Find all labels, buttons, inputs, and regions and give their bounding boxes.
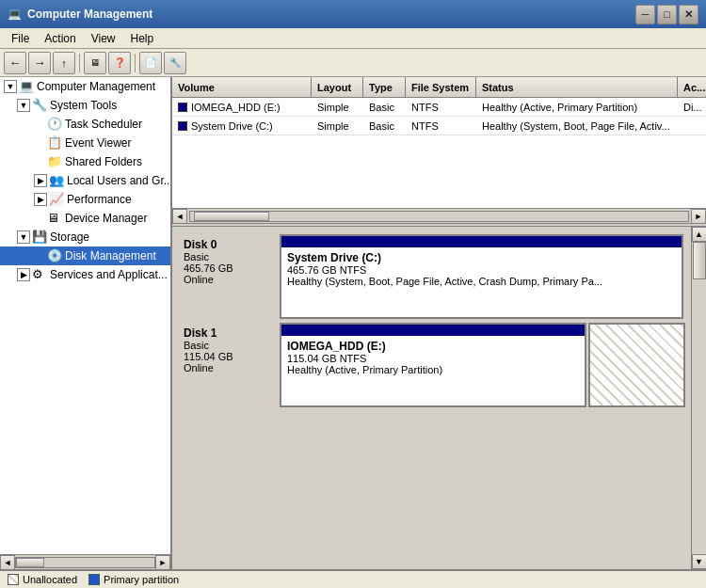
sidebar-item-event-viewer[interactable]: 📋 Event Viewer [0,134,170,152]
close-button[interactable]: ✕ [679,5,698,24]
disk-0-status: Online [184,274,272,285]
cell-fs-0: NTFS [406,101,476,114]
forward-button[interactable]: → [28,52,51,74]
expand-performance[interactable]: ▶ [34,193,47,206]
toolbar: ← → ↑ 🖥 ❓ 📄 🔧 [0,49,706,77]
disk-1-body: IOMEGA_HDD (E:) 115.04 GB NTFS Healthy (… [281,336,585,379]
sidebar-item-shared-folders[interactable]: 📁 Shared Folders [0,152,170,171]
tree-scroll-right[interactable]: ► [155,555,170,570]
disk-0-header-bar [281,236,682,247]
shared-folders-label: Shared Folders [65,155,142,168]
export-button[interactable]: 🔧 [164,52,186,74]
cell-layout-1: Simple [312,119,363,133]
tree-panel: ▼ 💻 Computer Management ▼ 🔧 System Tools… [0,77,172,554]
tree-scrollbar[interactable]: ◄ ► [0,554,170,569]
col-status[interactable]: Status [476,77,678,97]
tree-storage[interactable]: ▼ 💾 Storage [0,228,170,246]
hscroll-left[interactable]: ◄ [172,209,187,224]
storage-label: Storage [50,230,89,244]
expand-storage[interactable]: ▼ [17,230,30,244]
sidebar-item-task-scheduler[interactable]: 🕐 Task Scheduler [0,115,170,134]
sidebar-item-performance[interactable]: ▶ 📈 Performance [0,190,170,209]
disk-0-part-status: Healthy (System, Boot, Page File, Active… [287,276,607,287]
minimize-button[interactable]: ─ [635,5,655,24]
tree-scroll-track[interactable] [15,557,155,568]
expand-root[interactable]: ▼ [4,80,17,93]
expand-local-users[interactable]: ▶ [34,174,47,187]
vscroll-track[interactable] [693,242,706,554]
sidebar-item-services[interactable]: ▶ ⚙ Services and Applicat... [0,265,170,284]
storage-icon: 💾 [32,230,47,245]
disk-1-part-status: Healthy (Active, Primary Partition) [287,364,579,375]
table-hscrollbar[interactable]: ◄ ► [172,208,706,223]
menu-view[interactable]: View [84,30,123,47]
toolbar-separator-1 [79,54,80,72]
up-button[interactable]: ↑ [53,52,75,74]
system-tools-icon: 🔧 [32,98,47,113]
vscroll-down[interactable]: ▼ [692,554,707,569]
vscroll-thumb[interactable] [693,242,706,279]
show-hide-button[interactable]: 🖥 [84,52,106,74]
disk-0-part-name: System Drive (C:) [287,251,676,264]
disk-0-size: 465.76 GB [184,262,272,274]
col-layout[interactable]: Layout [312,77,363,97]
task-scheduler-icon: 🕐 [47,117,62,132]
sidebar-item-device-manager[interactable]: 🖥 Device Manager [0,209,170,228]
disk-1-part-name: IOMEGA_HDD (E:) [287,340,579,353]
col-filesystem[interactable]: File System [406,77,476,97]
table-header: Volume Layout Type File System Status Ac… [172,77,706,98]
main-content: ▼ 💻 Computer Management ▼ 🔧 System Tools… [0,77,706,569]
table-row[interactable]: IOMEGA_HDD (E:) Simple Basic NTFS Health… [172,98,706,117]
expand-services[interactable]: ▶ [17,268,30,281]
window-title: Computer Management [27,8,152,21]
sidebar-item-local-users[interactable]: ▶ 👥 Local Users and Gr... [0,171,170,190]
menu-file[interactable]: File [4,30,37,47]
properties-button[interactable]: ❓ [108,52,131,74]
help-button[interactable]: 📄 [139,52,162,74]
tree-system-tools-label: System Tools [50,99,117,112]
window-controls: ─ □ ✕ [635,5,698,24]
event-viewer-icon: 📋 [47,135,62,151]
menu-help[interactable]: Help [123,30,162,47]
disk-0-row: Disk 0 Basic 465.76 GB Online System Dri… [176,234,687,319]
maximize-button[interactable]: □ [657,5,677,24]
shared-folders-icon: 📁 [47,154,62,169]
vscroll-up[interactable]: ▲ [692,227,707,242]
hscroll-thumb[interactable] [194,212,269,221]
disk-1-type: Basic [184,340,272,351]
menu-action[interactable]: Action [37,30,83,47]
primary-swatch [88,574,100,585]
right-content: Disk 0 Basic 465.76 GB Online System Dri… [172,227,706,569]
legend-unallocated: Unallocated [8,574,77,585]
disk-0-id: Disk 0 [184,238,272,251]
sidebar-item-disk-management[interactable]: 💿 Disk Management [0,246,170,265]
tree-scroll-thumb[interactable] [16,558,44,567]
title-bar: 💻 Computer Management ─ □ ✕ [0,0,706,28]
tree-root-label: Computer Management [37,80,155,93]
disk-1-primary[interactable]: IOMEGA_HDD (E:) 115.04 GB NTFS Healthy (… [280,323,586,407]
cell-action-0: Di... [678,101,706,114]
disk-vscrollbar[interactable]: ▲ ▼ [691,227,706,569]
primary-label: Primary partition [104,574,179,585]
tree-root[interactable]: ▼ 💻 Computer Management [0,77,170,96]
expand-system-tools[interactable]: ▼ [17,99,30,112]
cell-volume-0: IOMEGA_HDD (E:) [172,101,312,114]
performance-label: Performance [67,193,132,206]
tree-scroll-left[interactable]: ◄ [0,555,15,570]
hscroll-right[interactable]: ► [691,209,706,224]
disk-management-label: Disk Management [65,249,156,262]
col-volume[interactable]: Volume [172,77,312,97]
col-type[interactable]: Type [363,77,406,97]
disk-1-partitions: IOMEGA_HDD (E:) 115.04 GB NTFS Healthy (… [280,323,683,407]
tree-system-tools[interactable]: ▼ 🔧 System Tools [0,96,170,115]
hscroll-track[interactable] [189,211,689,222]
disk-1-id: Disk 1 [184,326,272,340]
disk-0-partition[interactable]: System Drive (C:) 465.76 GB NTFS Healthy… [280,234,683,319]
table-body: IOMEGA_HDD (E:) Simple Basic NTFS Health… [172,98,706,208]
col-action[interactable]: Ac... [678,77,706,97]
table-row[interactable]: System Drive (C:) Simple Basic NTFS Heal… [172,117,706,135]
back-button[interactable]: ← [4,52,26,74]
cell-status-0: Healthy (Active, Primary Partition) [476,101,678,114]
cell-type-1: Basic [363,119,406,133]
disk-0-part-size: 465.76 GB NTFS [287,264,676,276]
